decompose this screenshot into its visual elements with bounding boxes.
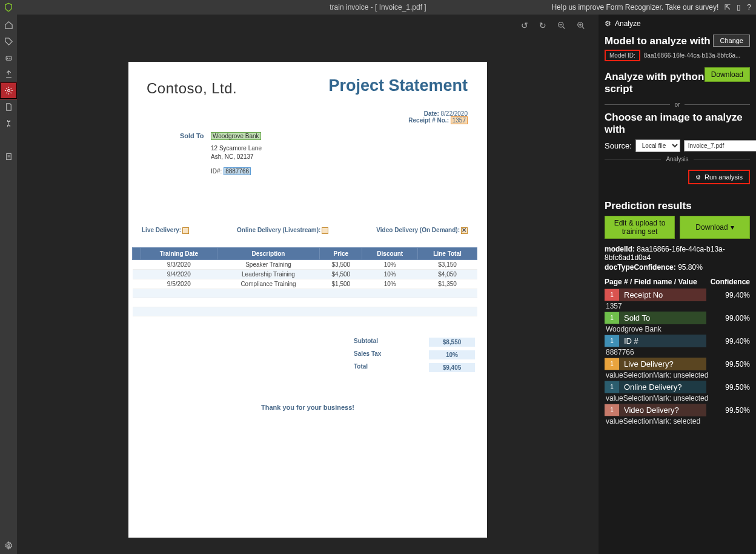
nav-home-icon[interactable] [0,17,17,33]
page-badge: 1 [605,358,619,370]
items-table: Training DateDescriptionPriceDiscountLin… [132,247,477,316]
model-header: Model to analyze with [605,35,711,47]
id-value: 8887766 [224,167,251,175]
survey-link[interactable]: Help us improve Form Recognizer. Take ou… [551,3,718,12]
help-icon[interactable]: ? [747,3,751,12]
result-item[interactable]: 1Video Delivery?99.50%valueSelectionMark… [605,404,750,426]
share-icon[interactable]: ⇱ [724,3,731,12]
model-id-value: 8aa16866-16fe-44ca-b13a-8bfc6a... [644,52,750,59]
soldto-label: Sold To [180,132,204,139]
confidence: 99.50% [725,383,750,392]
check-video-box [461,227,468,234]
result-item[interactable]: 1Sold To99.00%Woodgrove Bank [605,312,750,333]
field-value: Woodgrove Bank [605,325,750,333]
id-label: ID#: [211,168,222,175]
nav-analyze-icon[interactable] [0,82,17,99]
analyze-panel: ⚙Analyze Model to analyze with Change Mo… [598,15,756,554]
redo-icon[interactable]: ↻ [539,21,546,30]
table-row: 9/4/2020Leadership Training$4,50010%$4,0… [133,270,477,279]
confidence: 99.40% [725,337,750,345]
table-header: Discount [362,248,418,260]
edit-upload-button[interactable]: Edit & upload to training set [605,216,675,239]
check-video-label: Video Delivery (On Demand): [376,227,460,233]
field-name: Sold To [624,313,725,322]
svg-rect-0 [6,56,12,60]
nav-document-icon[interactable] [0,99,17,115]
company-name: Contoso, Ltd. [147,80,237,97]
totals: Subtotal$8,550Sales Tax10%Total$9,405 [354,336,475,374]
check-live-label: Live Delivery: [142,227,181,233]
field-value: valueSelectionMark: unselected [605,371,750,379]
table-header: Training Date [141,248,217,260]
field-name: Receipt No [624,290,725,299]
or-divider: or [670,101,685,108]
source-label: Source: [605,141,632,150]
choose-image-header: Choose an image to analyze with [605,112,750,136]
field-name: Live Delivery? [624,359,725,369]
page-badge: 1 [605,381,619,393]
nav-compose-icon[interactable] [0,66,17,82]
nav-settings-icon[interactable] [0,538,17,554]
table-row: 9/3/2020Speaker Training$3,50010%$3,150 [133,260,477,270]
result-item[interactable]: 1Live Delivery?99.50%valueSelectionMark:… [605,358,750,379]
source-file-input[interactable] [684,140,756,152]
receipt-label: Receipt # No.: [408,117,449,124]
svg-point-1 [7,58,8,59]
left-nav [0,15,17,554]
check-online-label: Online Delivery (Livestream): [237,227,320,233]
undo-icon[interactable]: ↺ [521,21,528,30]
model-id-label: Model ID: [605,50,640,61]
svg-point-3 [7,90,10,92]
table-header: Description [217,248,320,260]
change-button[interactable]: Change [713,35,750,47]
result-item[interactable]: 1Receipt No99.40%1357 [605,289,750,310]
nav-connect-icon[interactable] [0,115,17,132]
modelid-label: modelId: [605,245,635,253]
result-item[interactable]: 1ID #99.40%8887766 [605,335,750,356]
field-name: Online Delivery? [624,382,725,392]
results-col1: Page # / Field name / Value [605,278,697,286]
result-item[interactable]: 1Online Delivery?99.50%valueSelectionMar… [605,381,750,402]
field-value: 8887766 [605,348,750,356]
field-value: valueSelectionMark: unselected [605,394,750,402]
svg-point-2 [9,58,10,59]
page-badge: 1 [605,312,619,324]
panel-icon[interactable]: ▯ [737,3,741,12]
confidence: 99.50% [725,406,750,415]
field-name: ID # [624,336,725,345]
check-online-box [322,227,328,234]
results-col2: Confidence [711,278,750,286]
logo-icon [0,0,17,15]
nav-tag-icon[interactable] [0,33,17,50]
zoom-in-icon[interactable] [577,21,585,30]
page-badge: 1 [605,404,619,416]
page-badge: 1 [605,335,619,347]
source-select[interactable]: Local file [635,139,680,152]
confidence: 99.00% [725,314,750,322]
python-header: Analyze with python script [605,71,705,95]
nav-robot-icon[interactable] [0,50,17,66]
date-label: Date: [424,110,439,117]
table-header [133,248,141,260]
download-script-button[interactable]: Download [705,67,750,82]
field-value: 1357 [605,302,750,310]
receipt-value: 1357 [451,116,468,124]
zoom-out-icon[interactable] [557,21,566,30]
gear-icon: ⚙ [605,19,611,28]
docconf-value: 95.80% [678,263,703,272]
confidence: 99.40% [725,291,750,299]
field-value: valueSelectionMark: selected [605,417,750,426]
nav-page-icon[interactable] [0,149,17,165]
table-row: 9/5/2020Compliance Training$1,50010%$1,3… [133,279,477,289]
confidence: 99.50% [725,360,750,369]
statement-title: Project Statement [328,76,468,95]
download-results-button[interactable]: Download▾ [680,216,750,239]
analysis-divider: Analysis [661,156,693,162]
chevron-down-icon: ▾ [731,223,734,232]
window-title: train invoice - [ Invoice_1.pdf ] [330,3,426,12]
check-live-box [182,227,189,234]
svg-point-5 [7,545,10,547]
run-analysis-button[interactable]: Run analysis [688,170,750,184]
docconf-label: docTypeConfidence: [605,263,676,272]
analyze-header: Analyze [615,19,641,28]
